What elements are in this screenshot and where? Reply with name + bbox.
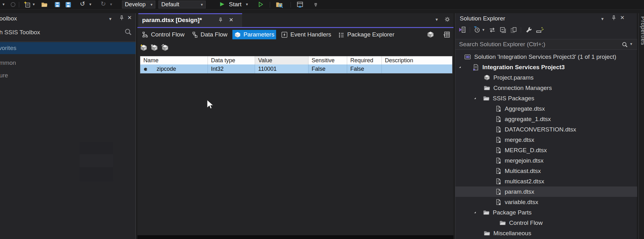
tab-event-handlers[interactable]: Event Handlers bbox=[279, 30, 333, 39]
pin-icon[interactable] bbox=[119, 15, 125, 21]
cell-required[interactable]: False bbox=[347, 64, 382, 73]
toolbar-dropdown-caret-icon[interactable]: ▾ bbox=[3, 2, 5, 6]
tab-label: Parameters bbox=[243, 31, 274, 38]
tree-item-ssis-packages[interactable]: SSIS Packages bbox=[455, 93, 637, 103]
undo-caret-icon[interactable]: ▾ bbox=[89, 2, 92, 6]
tree-item-dataconverstion-dtsx[interactable]: DATACONVERSTION.dtsx bbox=[455, 124, 637, 135]
undo-icon[interactable]: ↺ bbox=[80, 1, 85, 7]
document-list-caret-icon[interactable]: ▾ bbox=[436, 17, 438, 22]
properties-wrench-icon[interactable] bbox=[525, 26, 532, 34]
cell-value[interactable]: 110001 bbox=[255, 64, 308, 73]
cell-sensitive[interactable]: False bbox=[308, 64, 347, 73]
parameter-row-zipcode[interactable]: zipcode Int32 110001 False False bbox=[140, 64, 452, 73]
tab-data-flow[interactable]: Data Flow bbox=[190, 30, 230, 39]
document-tab-param-dtsx[interactable]: param.dtsx [Design]* ✕ bbox=[138, 13, 242, 27]
redo-icon[interactable]: ↻ bbox=[101, 1, 106, 7]
configure-parameters-button[interactable] bbox=[161, 44, 169, 52]
tab-parameters[interactable]: Parameters bbox=[232, 30, 276, 39]
tree-item-miscellaneous[interactable]: Miscellaneous bbox=[455, 228, 637, 238]
tree-item-connection-managers[interactable]: Connection Managers bbox=[455, 83, 637, 93]
column-header-name[interactable]: Name bbox=[140, 56, 208, 64]
column-header-value[interactable]: Value bbox=[255, 56, 308, 64]
tree-item-project[interactable]: Integration Services Project3 bbox=[455, 62, 637, 72]
expander-icon[interactable] bbox=[473, 96, 477, 100]
toolbox-search-input[interactable]: h SSIS Toolbox bbox=[0, 29, 40, 36]
cell-data-type[interactable]: Int32 bbox=[208, 64, 255, 73]
sync-with-active-document-icon[interactable] bbox=[489, 26, 496, 34]
tab-control-flow[interactable]: Control Flow bbox=[140, 30, 186, 39]
properties-collapsed-tab[interactable]: Properties bbox=[638, 13, 644, 239]
search-caret-icon[interactable]: ▾ bbox=[630, 42, 632, 46]
tree-item-solution[interactable]: Solution 'Integration Services Project3'… bbox=[455, 52, 637, 62]
pin-icon[interactable] bbox=[218, 17, 224, 23]
collapse-all-icon[interactable] bbox=[499, 26, 507, 34]
window-position-chevron-icon[interactable]: ▾ bbox=[109, 16, 112, 21]
solution-explorer-search-box[interactable]: Search Solution Explorer (Ctrl+;) ▾ bbox=[455, 39, 637, 50]
save-all-icon[interactable] bbox=[65, 1, 72, 8]
new-project-caret-icon[interactable]: ▾ bbox=[33, 2, 35, 6]
search-icon[interactable] bbox=[621, 41, 628, 48]
close-icon[interactable]: ✕ bbox=[127, 14, 132, 21]
new-project-icon[interactable] bbox=[24, 1, 31, 8]
folder-icon bbox=[483, 209, 490, 216]
column-header-sensitive[interactable]: Sensitive bbox=[308, 56, 347, 64]
document-options-gear-icon[interactable] bbox=[444, 16, 450, 22]
toolbar-overflow-icon[interactable] bbox=[313, 1, 319, 8]
dtsx-file-icon bbox=[495, 147, 502, 153]
cell-name[interactable]: zipcode bbox=[140, 64, 208, 73]
configuration-dropdown[interactable]: Develop ▾ bbox=[122, 1, 155, 8]
tree-item-mergejoin-dtsx[interactable]: mergejoin.dtsx bbox=[455, 155, 637, 166]
tab-package-explorer[interactable]: Package Explorer bbox=[336, 30, 396, 39]
start-without-debugging-icon[interactable] bbox=[258, 2, 264, 7]
save-icon[interactable] bbox=[54, 1, 61, 8]
tree-item-multicast2-dtsx[interactable]: multicast2.dtsx bbox=[455, 176, 637, 186]
navigate-back-icon[interactable] bbox=[10, 2, 16, 8]
close-icon[interactable]: ✕ bbox=[229, 17, 233, 23]
find-in-files-icon[interactable] bbox=[275, 1, 283, 8]
preview-selected-items-icon[interactable] bbox=[536, 26, 544, 34]
expander-icon[interactable] bbox=[458, 65, 462, 69]
tree-item-aggregate-1-dtsx[interactable]: aggregate_1.dtsx bbox=[455, 114, 637, 124]
toolbox-title: oolbox bbox=[0, 15, 17, 22]
tab-label: Control Flow bbox=[151, 31, 185, 38]
start-button-label[interactable]: Start bbox=[229, 1, 242, 8]
start-caret-icon[interactable]: ▾ bbox=[246, 2, 248, 6]
pin-icon[interactable] bbox=[611, 15, 617, 21]
tree-item-package-parts[interactable]: Package Parts bbox=[455, 207, 637, 218]
redo-caret-icon[interactable]: ▾ bbox=[110, 2, 112, 6]
close-icon[interactable]: ✕ bbox=[620, 14, 625, 21]
filter-caret-icon[interactable]: ▾ bbox=[482, 28, 485, 32]
tree-item-variable-dtsx[interactable]: variable.dtsx bbox=[455, 197, 637, 207]
pending-changes-filter-icon[interactable] bbox=[474, 26, 481, 33]
search-icon[interactable] bbox=[124, 28, 132, 36]
tab-label: Package Explorer bbox=[347, 31, 394, 38]
open-folder-icon[interactable] bbox=[41, 1, 48, 8]
column-header-required[interactable]: Required bbox=[347, 56, 382, 64]
toolbox-item-favorites[interactable]: vorites bbox=[0, 42, 136, 54]
web-browser-home-icon[interactable] bbox=[296, 1, 304, 8]
package-icon[interactable] bbox=[427, 31, 434, 38]
show-all-files-icon[interactable] bbox=[510, 26, 517, 34]
expander-icon[interactable] bbox=[473, 210, 477, 214]
switch-views-icon[interactable] bbox=[458, 26, 466, 34]
event-handlers-icon bbox=[281, 31, 288, 38]
tree-item-merge-dtsx[interactable]: merge.dtsx bbox=[455, 135, 637, 145]
platform-dropdown[interactable]: Default ▾ bbox=[158, 1, 206, 8]
column-header-data-type[interactable]: Data type bbox=[208, 56, 255, 64]
column-header-description[interactable]: Description bbox=[382, 56, 452, 64]
toolbox-item-azure[interactable]: ure bbox=[0, 70, 136, 81]
tab-label: Data Flow bbox=[201, 31, 228, 38]
start-play-icon[interactable]: ▶ bbox=[220, 1, 224, 7]
tree-item-control-flow[interactable]: Control Flow bbox=[455, 218, 637, 228]
toolbox-item-common[interactable]: mmon bbox=[0, 58, 136, 68]
cell-description[interactable] bbox=[382, 64, 452, 73]
tree-item-aggregate-dtsx[interactable]: Aggregate.dtsx bbox=[455, 103, 637, 114]
tree-item-multicast-dtsx[interactable]: Multicast.dtsx bbox=[455, 166, 637, 176]
tree-item-merge-d-dtsx[interactable]: MERGE_D.dtsx bbox=[455, 145, 637, 155]
delete-parameter-button[interactable] bbox=[151, 44, 158, 52]
add-parameter-button[interactable] bbox=[140, 44, 147, 52]
tree-item-param-dtsx[interactable]: param.dtsx bbox=[455, 186, 637, 197]
variables-grid-icon[interactable] bbox=[443, 31, 451, 38]
tree-item-project-params[interactable]: Project.params bbox=[455, 72, 637, 83]
window-position-chevron-icon[interactable]: ▾ bbox=[601, 16, 604, 21]
